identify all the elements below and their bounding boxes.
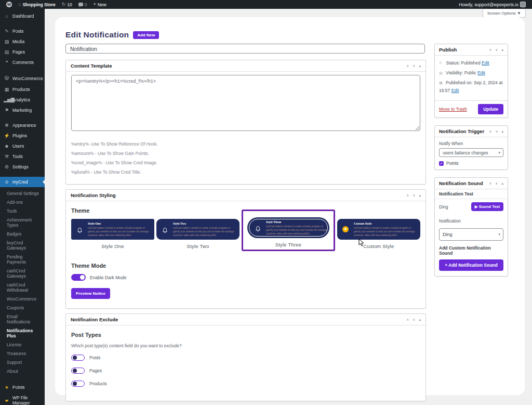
comments-icon: ❝ [4, 60, 10, 65]
exclude-toggle[interactable] [71, 381, 85, 387]
box-title: Notification Sound [439, 180, 483, 186]
submenu-item[interactable]: Coupons [0, 303, 45, 312]
sidebar-item[interactable]: ▂▅▇ Analytics [0, 95, 45, 105]
sidebar-item[interactable]: ❋ Appearance [0, 120, 45, 130]
wp-logo-menu[interactable]: W [3, 0, 15, 9]
notify-when-select[interactable]: users balance changes ▾ [439, 148, 503, 157]
move-up-icon[interactable]: ∧ [406, 318, 409, 322]
products-icon: ▦ [4, 87, 10, 92]
sidebar-item[interactable]: ⌂ Dashboard [0, 11, 45, 21]
collapse-icon[interactable]: ▴ [501, 129, 503, 134]
content-area: Screen Options ▼ Edit Notification Add N… [45, 9, 532, 405]
posts-icon: ✎ [4, 29, 10, 34]
sidebar-item-mycred[interactable]: ☺ myCred [0, 177, 45, 187]
new-content-menu[interactable]: + New [90, 0, 109, 9]
sidebar-item[interactable]: ★ Points [0, 382, 45, 393]
submenu-item[interactable]: License [0, 340, 45, 349]
theme-card-body: myCred makes it simple to create a loyal… [88, 226, 149, 237]
sidebar-item[interactable]: ⚒ Tools [0, 151, 45, 162]
theme-card-body: myCred makes it simple to create a loyal… [266, 225, 327, 236]
sidebar-item-label: Posts [12, 29, 23, 34]
move-down-icon[interactable]: ∨ [495, 48, 498, 52]
publish-row: ◎ Visibility: Public Edit [439, 69, 503, 77]
submenu-item[interactable]: buyCred Gateways [0, 238, 45, 252]
move-up-icon[interactable]: ∧ [489, 48, 491, 52]
sidebar-item[interactable]: ❝ Comments [0, 57, 45, 68]
sidebar-item-label: Plugins [12, 133, 27, 138]
sidebar-item[interactable]: ▨ Media [0, 36, 45, 47]
dark-mode-toggle[interactable] [71, 274, 86, 281]
theme-option[interactable]: ★ Style One myCred makes it simple to cr… [71, 219, 154, 249]
account-menu[interactable]: Howdy, support@wpexperts.io [456, 0, 529, 9]
theme-preview-card: ★ Custom Style myCred makes it simple to… [337, 219, 420, 240]
submenu-item[interactable]: Notifications Plus [0, 326, 45, 340]
move-up-icon[interactable]: ∧ [489, 181, 491, 186]
edit-link[interactable]: Edit [482, 60, 489, 66]
theme-option[interactable]: ★ Style Two myCred makes it simple to cr… [156, 219, 240, 249]
theme-option[interactable]: ★ Style Three myCred makes it simple to … [242, 210, 335, 251]
collapse-icon[interactable]: ▴ [501, 48, 503, 52]
submenu-item[interactable]: About [0, 367, 45, 375]
theme-card-title: Style Two [173, 222, 235, 225]
sidebar-item[interactable]: ⚑ Marketing [0, 105, 45, 115]
collapse-icon[interactable]: ▴ [419, 318, 421, 322]
screen-options-tab[interactable]: Screen Options ▼ [483, 9, 526, 18]
comments-menu[interactable]: 0 [75, 0, 90, 9]
move-up-icon[interactable]: ∧ [489, 129, 491, 134]
notification-title-input[interactable] [65, 44, 425, 54]
submenu-item[interactable]: Tools [0, 206, 45, 215]
sidebar-item[interactable]: ▤ Pages [0, 47, 45, 57]
sidebar-item[interactable]: ▰ WP File Manager [0, 393, 45, 405]
move-down-icon[interactable]: ∨ [413, 64, 415, 68]
move-down-icon[interactable]: ∨ [495, 181, 498, 186]
move-up-icon[interactable]: ∧ [406, 193, 409, 198]
sidebar-item[interactable]: ☻ Users [0, 141, 45, 151]
site-name-menu[interactable]: ⌂ Shopping Store [15, 0, 59, 9]
sidebar-item[interactable]: Ⓦ WooCommerce [0, 72, 45, 84]
add-new-button[interactable]: Add New [133, 31, 159, 39]
add-notification-sound-button[interactable]: + Add Notification Sound [439, 259, 503, 271]
edit-link[interactable]: Edit [451, 88, 459, 93]
sidebar-item[interactable]: ✎ Posts [0, 26, 45, 36]
sound-select[interactable]: Ding ▾ [439, 228, 503, 241]
submenu-item[interactable]: cashCred Gateways [0, 266, 45, 280]
update-button[interactable]: Update [478, 104, 503, 114]
theme-option[interactable]: ★ Custom Style myCred makes it simple to… [337, 219, 420, 249]
comments-icon [78, 3, 83, 6]
sidebar-item[interactable]: ⚙ Settings [0, 162, 45, 172]
submenu-item[interactable]: Add-ons [0, 198, 45, 206]
preview-notice-button[interactable]: Preview Notice [71, 288, 110, 299]
points-checkbox[interactable]: ✓ [439, 161, 444, 166]
move-up-icon[interactable]: ∧ [406, 64, 409, 68]
sidebar-item[interactable]: ▦ Products [0, 84, 45, 95]
submenu-item[interactable]: cashCred Withdrawal [0, 280, 45, 294]
sound-test-label: Sound Test [479, 204, 500, 209]
move-to-trash-link[interactable]: Move to Trash [439, 107, 467, 112]
submenu-item[interactable]: Badges [0, 229, 45, 238]
collapse-icon[interactable]: ▴ [419, 64, 421, 68]
submenu-item[interactable]: Treasures [0, 349, 45, 358]
move-down-icon[interactable]: ∨ [495, 129, 498, 134]
submenu-item-label: Tools [7, 208, 17, 214]
submenu-item[interactable]: WooCommerce [0, 294, 45, 303]
exclude-question: Which post type(s) content field do you … [71, 343, 420, 348]
submenu-item[interactable]: General Settings [0, 189, 45, 198]
collapse-icon[interactable]: ▴ [501, 181, 503, 186]
exclude-toggle[interactable] [71, 368, 85, 374]
edit-link[interactable]: Edit [477, 70, 485, 75]
sidebar-item[interactable]: ⚡ Plugins [0, 130, 45, 141]
sound-test-button[interactable]: ▶ Sound Test [471, 202, 503, 211]
submenu-item[interactable]: Achievement Types [0, 215, 45, 229]
submenu-item[interactable]: Email Notifications [0, 312, 45, 326]
media-icon: ▨ [4, 39, 10, 44]
exclude-toggle[interactable] [71, 355, 85, 361]
move-down-icon[interactable]: ∨ [413, 318, 415, 322]
move-down-icon[interactable]: ∨ [413, 193, 415, 198]
submenu-item[interactable]: Pending Payments [0, 252, 45, 266]
submenu-item[interactable]: Support [0, 358, 45, 367]
updates-menu[interactable]: ↻ 10 [59, 0, 75, 9]
collapse-icon[interactable]: ▴ [419, 193, 421, 198]
tools-icon: ⚒ [4, 154, 10, 159]
content-template-textarea[interactable]: <p>%entry%</p><h1>%cred_f%</h1> [71, 75, 420, 131]
submenu-item-label: cashCred Withdrawal [7, 282, 28, 293]
